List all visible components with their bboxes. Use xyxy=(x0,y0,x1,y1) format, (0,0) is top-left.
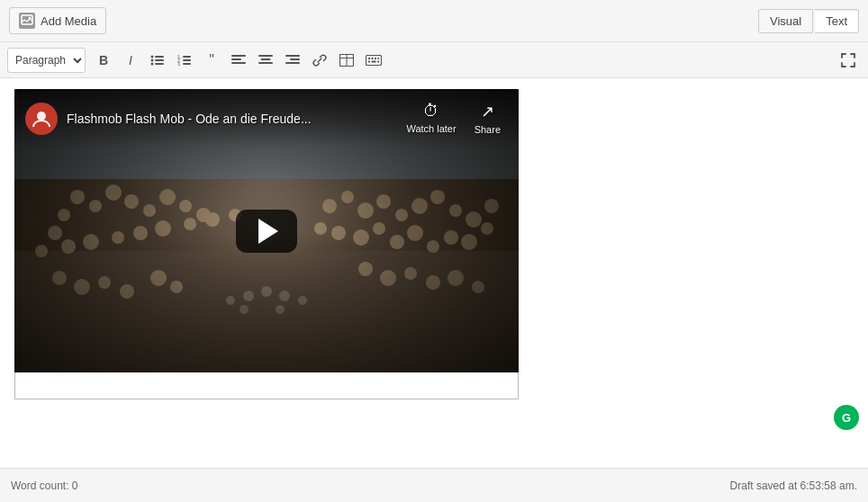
svg-rect-31 xyxy=(378,58,380,59)
svg-rect-34 xyxy=(377,60,379,62)
editor-area[interactable]: Flashmob Flash Mob - Ode an die Freude..… xyxy=(0,78,868,468)
video-embed[interactable]: Flashmob Flash Mob - Ode an die Freude..… xyxy=(14,89,519,399)
fullscreen-button[interactable] xyxy=(836,48,861,73)
play-triangle-icon xyxy=(258,219,278,244)
channel-avatar xyxy=(25,103,58,135)
bold-button[interactable]: B xyxy=(91,48,116,73)
watch-later-icon: ⏱ xyxy=(423,102,439,121)
table-button[interactable] xyxy=(334,48,359,73)
svg-point-6 xyxy=(151,62,154,65)
editor-toolbar: Paragraph Heading 1 Heading 2 Heading 3 … xyxy=(0,42,868,78)
svg-rect-30 xyxy=(375,58,376,59)
video-top-bar: Flashmob Flash Mob - Ode an die Freude..… xyxy=(14,89,519,148)
play-button[interactable] xyxy=(236,210,297,253)
svg-text:3.: 3. xyxy=(177,61,181,67)
svg-rect-20 xyxy=(258,62,273,64)
paragraph-format-select[interactable]: Paragraph Heading 1 Heading 2 Heading 3 xyxy=(7,48,86,73)
draft-saved-status: Draft saved at 6:53:58 am. xyxy=(730,480,857,492)
grammarly-icon[interactable]: G xyxy=(834,405,859,430)
svg-rect-13 xyxy=(183,63,191,65)
video-thumbnail: Flashmob Flash Mob - Ode an die Freude..… xyxy=(14,89,519,372)
video-url-input[interactable] xyxy=(14,372,519,399)
video-actions: ⏱ Watch later ↗ Share xyxy=(399,98,508,139)
blockquote-button[interactable]: " xyxy=(199,48,224,73)
add-media-button[interactable]: Add Media xyxy=(9,7,106,34)
svg-point-2 xyxy=(151,55,154,58)
svg-rect-18 xyxy=(258,55,273,57)
watch-later-button[interactable]: ⏱ Watch later xyxy=(399,98,463,139)
share-icon: ↗ xyxy=(481,102,494,121)
svg-rect-9 xyxy=(183,56,191,58)
svg-point-97 xyxy=(37,112,46,121)
svg-rect-29 xyxy=(372,58,374,59)
svg-rect-3 xyxy=(155,56,164,58)
svg-rect-5 xyxy=(155,59,164,61)
video-title: Flashmob Flash Mob - Ode an die Freude..… xyxy=(67,112,390,126)
status-bar: Word count: 0 Draft saved at 6:53:58 am. xyxy=(0,468,868,502)
svg-rect-21 xyxy=(285,55,300,57)
svg-rect-19 xyxy=(261,58,271,60)
unordered-list-button[interactable] xyxy=(145,48,170,73)
svg-rect-28 xyxy=(368,58,370,59)
svg-point-4 xyxy=(151,58,154,61)
svg-rect-27 xyxy=(366,55,382,65)
watch-later-label: Watch later xyxy=(406,123,456,134)
italic-button[interactable]: I xyxy=(118,48,143,73)
link-button[interactable] xyxy=(307,48,332,73)
add-media-icon xyxy=(19,13,35,29)
svg-rect-14 xyxy=(231,55,246,57)
text-mode-button[interactable]: Text xyxy=(815,9,859,33)
view-mode-buttons: Visual Text xyxy=(758,9,859,33)
svg-rect-32 xyxy=(368,60,370,62)
svg-rect-7 xyxy=(155,63,164,65)
editor-content: Flashmob Flash Mob - Ode an die Freude..… xyxy=(0,78,868,438)
svg-rect-33 xyxy=(372,60,376,62)
share-label: Share xyxy=(475,124,501,135)
svg-rect-22 xyxy=(290,58,300,60)
add-media-label: Add Media xyxy=(41,14,96,28)
svg-rect-15 xyxy=(231,58,241,60)
ordered-list-button[interactable]: 1. 2. 3. xyxy=(172,48,197,73)
visual-mode-button[interactable]: Visual xyxy=(758,9,813,33)
svg-rect-23 xyxy=(285,62,300,64)
top-bar: Add Media Visual Text xyxy=(0,0,868,42)
align-center-button[interactable] xyxy=(253,48,278,73)
svg-rect-11 xyxy=(183,59,191,61)
keyboard-button[interactable] xyxy=(361,48,386,73)
align-right-button[interactable] xyxy=(280,48,305,73)
align-left-button[interactable] xyxy=(226,48,251,73)
share-button[interactable]: ↗ Share xyxy=(467,98,508,139)
svg-rect-16 xyxy=(231,62,246,64)
word-count: Word count: 0 xyxy=(11,480,77,492)
